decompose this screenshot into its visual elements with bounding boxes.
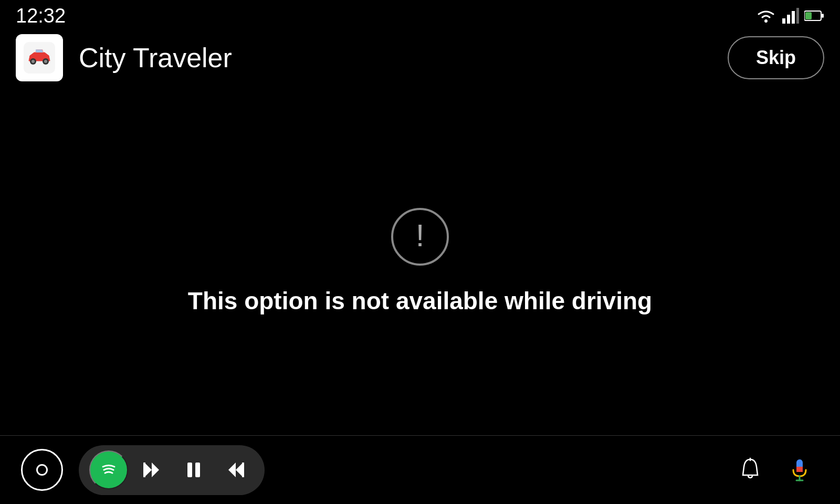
svg-point-0 xyxy=(764,19,768,23)
notifications-button[interactable] xyxy=(731,450,770,489)
home-dot-icon xyxy=(36,464,48,476)
header-left: City Traveler xyxy=(16,34,232,81)
warning-circle: ! xyxy=(391,208,449,266)
previous-button[interactable] xyxy=(133,452,170,488)
svg-marker-20 xyxy=(228,463,236,477)
previous-icon xyxy=(140,458,163,481)
home-button[interactable] xyxy=(21,449,63,491)
warning-message: This option is not available while drivi… xyxy=(188,287,652,315)
mic-icon xyxy=(786,456,813,484)
svg-rect-17 xyxy=(187,463,192,477)
status-time: 12:32 xyxy=(16,5,66,27)
pause-icon xyxy=(182,458,205,481)
spotify-icon xyxy=(97,458,120,481)
svg-marker-19 xyxy=(236,463,243,477)
microphone-button[interactable] xyxy=(780,450,819,489)
app-title: City Traveler xyxy=(79,42,232,74)
main-content: ! This option is not available while dri… xyxy=(0,87,840,436)
signal-icon xyxy=(782,8,799,24)
media-controls-pill xyxy=(79,445,265,495)
svg-rect-7 xyxy=(805,12,812,19)
svg-marker-14 xyxy=(144,463,152,477)
car-icon xyxy=(24,42,55,74)
svg-rect-4 xyxy=(796,8,799,24)
battery-icon xyxy=(804,10,824,22)
svg-rect-26 xyxy=(796,470,803,472)
svg-rect-3 xyxy=(792,11,795,24)
svg-point-10 xyxy=(32,60,35,63)
svg-point-13 xyxy=(97,458,120,481)
status-bar: 12:32 xyxy=(0,0,840,32)
spotify-button[interactable] xyxy=(89,450,128,489)
svg-rect-21 xyxy=(242,463,244,477)
pause-button[interactable] xyxy=(175,452,212,488)
svg-rect-2 xyxy=(787,15,790,24)
warning-exclamation-icon: ! xyxy=(416,220,425,251)
svg-marker-15 xyxy=(152,463,159,477)
svg-rect-6 xyxy=(822,14,824,18)
svg-point-12 xyxy=(44,60,47,63)
app-icon xyxy=(16,34,63,81)
svg-rect-18 xyxy=(195,463,200,477)
status-icons xyxy=(755,8,824,24)
next-button[interactable] xyxy=(217,452,254,488)
svg-rect-1 xyxy=(782,18,785,24)
svg-rect-16 xyxy=(143,463,145,477)
skip-button[interactable]: Skip xyxy=(728,36,824,79)
wifi-icon xyxy=(755,8,777,24)
header: City Traveler Skip xyxy=(0,29,840,87)
bell-icon xyxy=(737,456,764,484)
bottom-bar xyxy=(0,436,840,504)
next-icon xyxy=(224,458,247,481)
